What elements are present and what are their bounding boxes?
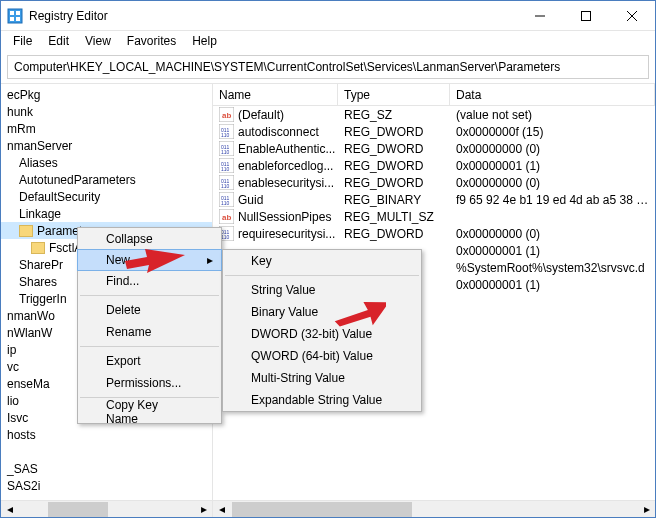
svg-text:ab: ab xyxy=(222,111,231,120)
close-button[interactable] xyxy=(609,1,655,30)
svg-rect-1 xyxy=(10,11,14,15)
tree-item[interactable]: Aliases xyxy=(1,154,212,171)
tree-item[interactable]: ecPkg xyxy=(1,86,212,103)
svg-rect-2 xyxy=(16,11,20,15)
list-scrollbar-h[interactable]: ◂ ▸ xyxy=(213,500,655,517)
value-row[interactable]: ab(Default)REG_SZ(value not set) xyxy=(213,106,655,123)
svg-rect-3 xyxy=(10,17,14,21)
ctx-collapse[interactable]: Collapse xyxy=(78,228,221,250)
svg-marker-32 xyxy=(334,296,386,330)
ctx-new-dword[interactable]: DWORD (32-bit) Value xyxy=(223,323,421,345)
ctx-separator xyxy=(80,346,219,347)
annotation-arrow-icon xyxy=(125,249,185,277)
address-bar[interactable]: Computer\HKEY_LOCAL_MACHINE\SYSTEM\Curre… xyxy=(7,55,649,79)
reg-binary-icon: 011110 xyxy=(219,141,234,156)
value-data: f9 65 92 4e b1 19 ed 4d ab a5 38 4a 0 xyxy=(450,193,655,207)
value-name: NullSessionPipes xyxy=(238,210,331,224)
window: Registry Editor File Edit View Favorites… xyxy=(0,0,656,518)
list-header: Name Type Data xyxy=(213,84,655,106)
maximize-button[interactable] xyxy=(563,1,609,30)
value-row[interactable]: 011110EnableAuthentic...REG_DWORD0x00000… xyxy=(213,140,655,157)
tree-item-label: hosts xyxy=(7,428,36,442)
tree-item-label: ip xyxy=(7,343,16,357)
col-header-data[interactable]: Data xyxy=(450,84,655,105)
scroll-right-icon[interactable]: ▸ xyxy=(638,501,655,518)
scroll-thumb[interactable] xyxy=(232,502,412,517)
value-data: 0x00000000 (0) xyxy=(450,227,655,241)
reg-sz-icon: ab xyxy=(219,107,234,122)
value-row[interactable]: 011110enablesecuritysi...REG_DWORD0x0000… xyxy=(213,174,655,191)
reg-binary-icon: 011110 xyxy=(219,175,234,190)
menu-help[interactable]: Help xyxy=(184,32,225,50)
tree-item[interactable]: hunk xyxy=(1,103,212,120)
tree-item[interactable]: SAS2i xyxy=(1,477,212,494)
ctx-permissions[interactable]: Permissions... xyxy=(78,372,221,394)
value-row[interactable]: 011110autodisconnectREG_DWORD0x0000000f … xyxy=(213,123,655,140)
tree-item-label: AutotunedParameters xyxy=(19,173,136,187)
ctx-copy-key-name[interactable]: Copy Key Name xyxy=(78,401,221,423)
ctx-separator xyxy=(80,295,219,296)
minimize-button[interactable] xyxy=(517,1,563,30)
value-data: 0x00000000 (0) xyxy=(450,142,655,156)
value-row[interactable]: 011110requiresecuritysi...REG_DWORD0x000… xyxy=(213,225,655,242)
ctx-new-expandable-string[interactable]: Expandable String Value xyxy=(223,389,421,411)
menu-bar: File Edit View Favorites Help xyxy=(1,31,655,51)
ctx-rename[interactable]: Rename xyxy=(78,321,221,343)
svg-rect-6 xyxy=(582,11,591,20)
value-type: REG_DWORD xyxy=(338,125,450,139)
value-type: REG_DWORD xyxy=(338,159,450,173)
tree-scrollbar-h[interactable]: ◂ ▸ xyxy=(1,500,212,517)
value-row[interactable]: abNullSessionPipesREG_MULTI_SZ xyxy=(213,208,655,225)
value-type: REG_DWORD xyxy=(338,227,450,241)
menu-edit[interactable]: Edit xyxy=(40,32,77,50)
ctx-new-key[interactable]: Key xyxy=(223,250,421,272)
svg-text:110: 110 xyxy=(221,166,230,172)
tree-item-label: DefaultSecurity xyxy=(19,190,100,204)
value-data: 0x00000001 (1) xyxy=(450,244,655,258)
tree-item[interactable]: DefaultSecurity xyxy=(1,188,212,205)
value-type: REG_BINARY xyxy=(338,193,450,207)
ctx-new-qword[interactable]: QWORD (64-bit) Value xyxy=(223,345,421,367)
value-name: autodisconnect xyxy=(238,125,319,139)
ctx-new-binary[interactable]: Binary Value xyxy=(223,301,421,323)
tree-item-label: Isvc xyxy=(7,411,28,425)
col-header-name[interactable]: Name xyxy=(213,84,338,105)
tree-item[interactable]: mRm xyxy=(1,120,212,137)
regedit-icon xyxy=(7,8,23,24)
tree-item-label: SharePr xyxy=(19,258,63,272)
value-type: REG_SZ xyxy=(338,108,450,122)
ctx-new-string[interactable]: String Value xyxy=(223,279,421,301)
menu-favorites[interactable]: Favorites xyxy=(119,32,184,50)
value-row[interactable]: 011110enableforcedlog...REG_DWORD0x00000… xyxy=(213,157,655,174)
scroll-left-icon[interactable]: ◂ xyxy=(1,501,18,518)
reg-sz-icon: ab xyxy=(219,209,234,224)
titlebar: Registry Editor xyxy=(1,1,655,31)
svg-text:ab: ab xyxy=(222,213,231,222)
value-name: (Default) xyxy=(238,108,284,122)
scroll-right-icon[interactable]: ▸ xyxy=(195,501,212,518)
col-header-type[interactable]: Type xyxy=(338,84,450,105)
tree-item[interactable]: _SAS xyxy=(1,460,212,477)
tree-item[interactable] xyxy=(1,443,212,460)
tree-item[interactable]: Linkage xyxy=(1,205,212,222)
tree-item-label: nWlanW xyxy=(7,326,52,340)
tree-item[interactable]: nmanServer xyxy=(1,137,212,154)
tree-item-label: nmanWo xyxy=(7,309,55,323)
tree-item-label: enseMa xyxy=(7,377,50,391)
tree-item[interactable]: hosts xyxy=(1,426,212,443)
value-name: enablesecuritysi... xyxy=(238,176,334,190)
scroll-thumb[interactable] xyxy=(48,502,108,517)
tree-item-label: _SAS xyxy=(7,462,38,476)
menu-view[interactable]: View xyxy=(77,32,119,50)
value-row[interactable]: 011110GuidREG_BINARYf9 65 92 4e b1 19 ed… xyxy=(213,191,655,208)
tree-item[interactable]: AutotunedParameters xyxy=(1,171,212,188)
ctx-new-multi-string[interactable]: Multi-String Value xyxy=(223,367,421,389)
tree-item-label: vc xyxy=(7,360,19,374)
scroll-left-icon[interactable]: ◂ xyxy=(213,501,230,518)
menu-file[interactable]: File xyxy=(5,32,40,50)
svg-text:110: 110 xyxy=(221,200,230,206)
ctx-delete[interactable]: Delete xyxy=(78,299,221,321)
value-data: (value not set) xyxy=(450,108,655,122)
ctx-export[interactable]: Export xyxy=(78,350,221,372)
annotation-arrow-icon xyxy=(331,296,386,330)
